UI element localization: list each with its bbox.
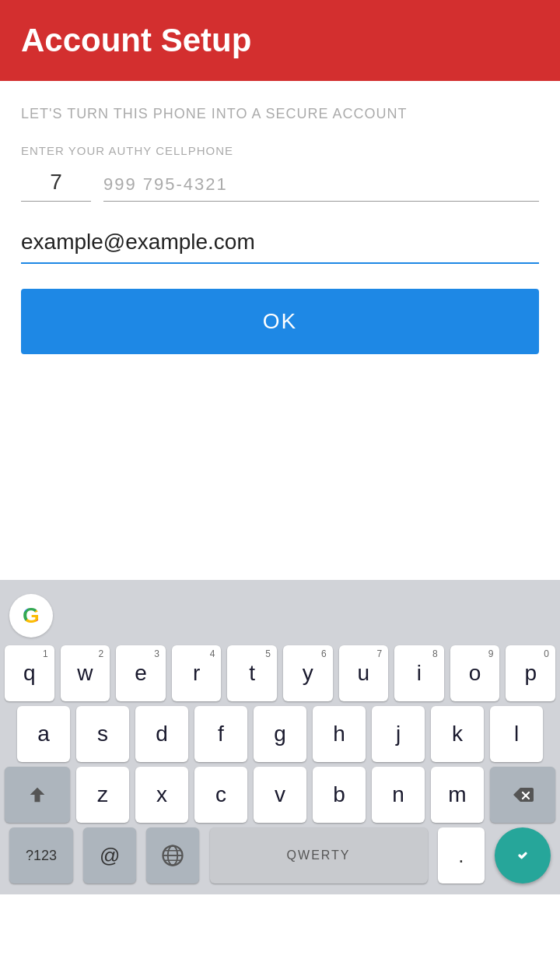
main-content: LET'S TURN THIS PHONE INTO A SECURE ACCO… [0,81,560,354]
phone-number-input[interactable] [103,171,539,202]
key-a[interactable]: a [17,706,70,762]
key-s[interactable]: s [76,706,129,762]
keyboard-bottom-row: ?123 @ QWERTY . [3,823,557,894]
key-l[interactable]: l [490,706,543,762]
key-c[interactable]: c [194,767,247,823]
key-r[interactable]: 4r [172,645,222,701]
subtitle-text: LET'S TURN THIS PHONE INTO A SECURE ACCO… [21,106,539,122]
key-f[interactable]: f [194,706,247,762]
key-x[interactable]: x [135,767,188,823]
page-title: Account Setup [21,22,251,59]
key-w[interactable]: 2w [61,645,110,701]
key-g[interactable]: g [254,706,306,762]
phone-row [21,167,539,202]
key-p[interactable]: 0p [506,645,555,701]
key-row-3: z x c v b n m [5,767,555,823]
key-o[interactable]: 9o [450,645,500,701]
key-h[interactable]: h [313,706,366,762]
shift-key[interactable] [5,767,70,823]
key-n[interactable]: n [372,767,425,823]
ok-button[interactable]: OK [21,289,539,354]
key-i[interactable]: 8i [394,645,444,701]
enter-key[interactable] [495,827,551,883]
google-logo: G [9,594,53,638]
key-row-1: 1q 2w 3e 4r 5t 6y 7u 8i 9o 0p [5,645,555,701]
key-u[interactable]: 7u [339,645,389,701]
key-z[interactable]: z [76,767,129,823]
phone-section-label: ENTER YOUR AUTHY CELLPHONE [21,144,539,157]
app-header: Account Setup [0,0,560,81]
key-k[interactable]: k [431,706,484,762]
key-row-2: a s d f g h j k l [5,706,555,762]
country-code-input[interactable] [21,167,91,202]
backspace-key[interactable] [490,767,555,823]
keyboard-top-bar: G [3,589,557,645]
key-q[interactable]: 1q [5,645,54,701]
globe-key[interactable] [146,827,199,883]
keyboard-rows: 1q 2w 3e 4r 5t 6y 7u 8i 9o 0p a s d f g … [3,645,557,823]
key-y[interactable]: 6y [283,645,333,701]
period-key[interactable]: . [438,827,485,883]
email-field-wrapper [21,223,539,264]
google-g-icon: G [23,603,40,628]
key-b[interactable]: b [313,767,366,823]
email-input[interactable] [21,223,539,262]
at-key[interactable]: @ [83,827,136,883]
key-t[interactable]: 5t [227,645,277,701]
key-e[interactable]: 3e [116,645,166,701]
key-d[interactable]: d [135,706,188,762]
space-key[interactable]: QWERTY [210,827,428,883]
keyboard-area: G 1q 2w 3e 4r 5t 6y 7u 8i 9o 0p a s d f … [0,580,560,894]
key-j[interactable]: j [372,706,425,762]
key-m[interactable]: m [431,767,484,823]
key-v[interactable]: v [254,767,306,823]
sym-key[interactable]: ?123 [9,827,73,883]
